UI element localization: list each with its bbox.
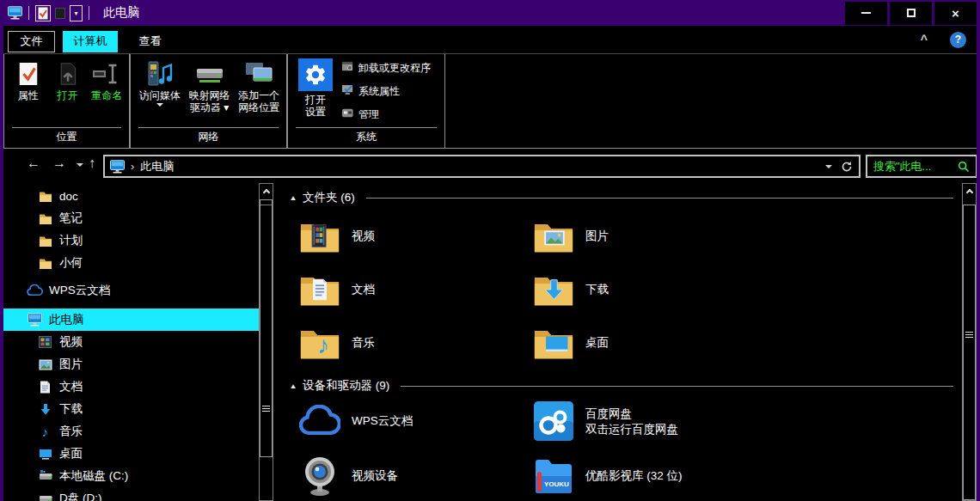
open-icon (57, 58, 79, 89)
map-network-drive-icon (194, 58, 225, 89)
sidebar-item-pictures[interactable]: 图片 (3, 353, 259, 376)
music-folder-icon: ♪ (299, 326, 340, 360)
titlebar-divider (89, 6, 89, 20)
folders-section-header: ▲ 文件夹 (6) (290, 190, 953, 205)
desktop-folder-icon (533, 326, 574, 360)
refresh-icon[interactable] (841, 161, 853, 173)
pictures-icon (37, 359, 53, 370)
collapse-group-icon[interactable]: ▲ (289, 382, 297, 390)
ribbon-group-location: 属性 打开 重命名 位置 (3, 54, 130, 148)
up-icon[interactable]: ↑ (89, 156, 95, 171)
baidu-netdisk-icon (533, 400, 574, 442)
sidebar-item-wps-cloud[interactable]: WPS云文档 (3, 279, 259, 302)
main-scrollbar[interactable] (962, 183, 977, 501)
tab-computer[interactable]: 计算机 (63, 31, 118, 52)
tile-baidu-netdisk[interactable]: 百度网盘 双击运行百度网盘 (533, 394, 767, 449)
navigation-pane: doc 笔记 计划 小何 WPS云文档 此电脑 视频 (3, 185, 259, 501)
ribbon-group-label: 网络 (138, 127, 279, 147)
search-icon[interactable] (958, 161, 970, 173)
tile-downloads[interactable]: 下载 (533, 263, 767, 316)
sidebar-item-downloads[interactable]: 下载 (3, 398, 259, 420)
window-border-left (0, 0, 3, 501)
uninstall-program-button[interactable]: 卸载或更改程序 (341, 60, 431, 76)
window-border-right (977, 0, 980, 501)
folder-icon (37, 190, 53, 203)
tile-wps-cloud[interactable]: WPS云文档 (299, 394, 533, 449)
drive-icon (37, 469, 53, 483)
svg-text:♪: ♪ (317, 331, 329, 358)
quick-access-newfolder-icon[interactable] (55, 7, 65, 20)
sidebar-item-plans[interactable]: 计划 (3, 229, 259, 252)
quick-access-customize-icon[interactable]: ▾ (70, 5, 83, 21)
address-bar[interactable]: › 此电脑 (103, 155, 861, 178)
scroll-up-icon[interactable] (963, 190, 976, 205)
maximize-icon (907, 9, 916, 17)
sidebar-item-notes[interactable]: 笔记 (3, 207, 259, 229)
sidebar-item-documents[interactable]: 文档 (3, 376, 259, 398)
sidebar-item-d-drive[interactable]: D盘 (D:) (3, 487, 259, 501)
help-icon[interactable]: ? (950, 32, 966, 48)
address-dropdown-icon[interactable] (825, 165, 832, 168)
collapse-group-icon[interactable]: ▲ (289, 194, 297, 202)
tile-videos[interactable]: 视频 (299, 210, 533, 263)
sidebar-item-doc[interactable]: doc (3, 185, 259, 207)
tile-video-device[interactable]: 视频设备 (299, 449, 533, 501)
tab-view[interactable]: 查看 (126, 31, 174, 52)
folder-icon (37, 212, 53, 225)
downloads-icon (37, 403, 53, 416)
system-properties-icon (341, 83, 354, 99)
maximize-button[interactable] (890, 2, 932, 25)
recent-locations-icon[interactable] (77, 163, 83, 167)
scrollbar-thumb[interactable] (963, 205, 976, 500)
sidebar-item-local-disk-c[interactable]: 本地磁盘 (C:) (3, 465, 259, 487)
ribbon-group-label: 位置 (12, 127, 121, 147)
collapse-ribbon-icon[interactable]: ^ (921, 33, 928, 46)
open-settings-button[interactable]: 打开 设置 (293, 58, 338, 122)
open-button[interactable]: 打开 (48, 58, 88, 101)
svg-text:YOUKU: YOUKU (544, 480, 569, 488)
manage-button[interactable]: 管理 (341, 107, 431, 122)
titlebar-divider (28, 6, 29, 20)
access-media-icon (145, 58, 175, 89)
back-icon[interactable]: ← (27, 156, 40, 171)
section-title[interactable]: 设备和驱动器 (9) (303, 378, 389, 394)
sidebar-item-desktop[interactable]: 桌面 (3, 443, 259, 465)
properties-button[interactable]: 属性 (9, 58, 48, 101)
access-media-button[interactable]: 访问媒体 (135, 58, 185, 107)
section-divider (401, 386, 953, 387)
ribbon: 属性 打开 重命名 位置 (3, 53, 977, 149)
videos-folder-icon (299, 219, 340, 254)
breadcrumb[interactable]: 此电脑 (140, 159, 174, 174)
minimize-icon (861, 12, 871, 14)
forward-icon[interactable]: → (52, 156, 66, 171)
map-network-drive-button[interactable]: 映射网络 驱动器 ▾ (185, 58, 235, 113)
sidebar-item-this-pc[interactable]: 此电脑 (3, 309, 259, 331)
folders-grid: 视频 图片 文档 下载 ♪ (299, 210, 767, 370)
quick-access-properties-icon[interactable] (35, 5, 51, 21)
scrollbar-grip[interactable] (262, 406, 270, 412)
close-button[interactable]: × (934, 2, 977, 25)
system-properties-button[interactable]: 系统属性 (341, 83, 431, 99)
settings-gear-icon (298, 58, 333, 91)
app-icon (8, 6, 22, 20)
section-title[interactable]: 文件夹 (6) (303, 190, 355, 205)
navigation-bar: ← → ↑ › 此电脑 搜索"此电... (3, 149, 977, 183)
tile-pictures[interactable]: 图片 (533, 210, 767, 263)
tile-music[interactable]: ♪ 音乐 (299, 316, 533, 370)
tile-desktop[interactable]: 桌面 (533, 316, 767, 370)
add-network-location-button[interactable]: 添加一个 网络位置 (234, 58, 284, 113)
tile-documents[interactable]: 文档 (299, 263, 533, 316)
sidebar-item-xiaohe[interactable]: 小何 (3, 252, 259, 274)
minimize-button[interactable] (845, 2, 887, 25)
sidebar-item-videos[interactable]: 视频 (3, 331, 259, 353)
documents-icon (37, 381, 53, 394)
sidebar-scrollbar[interactable] (259, 183, 273, 501)
scrollbar-grip[interactable] (965, 332, 973, 339)
ribbon-tab-bar: 文件 计算机 查看 ^ ? (3, 26, 977, 53)
sidebar-item-music[interactable]: ♪ 音乐 (3, 420, 259, 443)
tab-file[interactable]: 文件 (8, 31, 55, 52)
search-box[interactable]: 搜索"此电... (866, 155, 977, 178)
scrollbar-thumb[interactable] (260, 199, 273, 457)
rename-button[interactable]: 重命名 (87, 58, 126, 101)
tile-youku-library[interactable]: YOUKU 优酷影视库 (32 位) (533, 449, 767, 501)
